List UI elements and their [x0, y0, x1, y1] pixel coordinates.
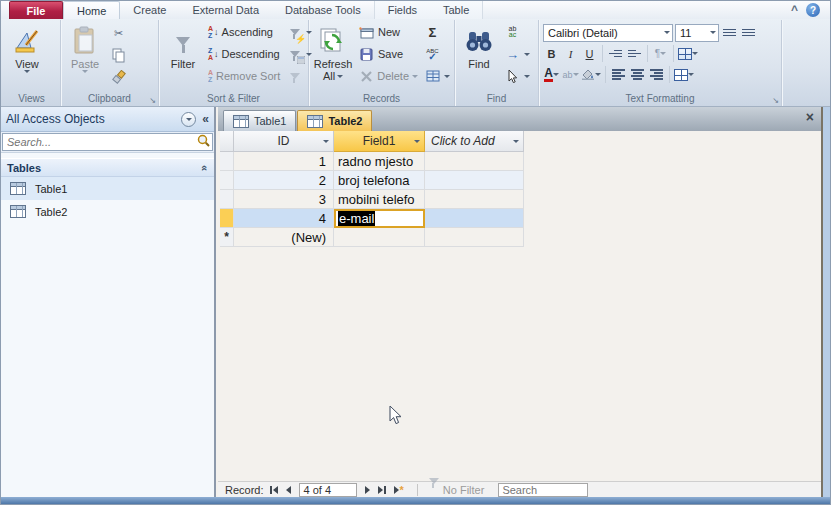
nav-group-tables[interactable]: Tables « [1, 158, 214, 177]
font-size-combo[interactable]: 11 [675, 24, 719, 42]
grid-style-button[interactable] [674, 66, 694, 83]
bullets-button[interactable] [721, 24, 738, 41]
filter-button[interactable]: Filter [161, 21, 205, 70]
text-direction-button[interactable]: ¶ [652, 45, 669, 62]
format-painter-button[interactable] [107, 66, 130, 88]
collapse-group-icon[interactable]: « [199, 164, 211, 170]
copy-button[interactable] [107, 44, 130, 66]
column-header-field1[interactable]: Field1 [334, 131, 425, 152]
gridlines-button[interactable] [678, 45, 698, 62]
column-id-dropdown-icon[interactable] [323, 140, 329, 143]
search-icon[interactable] [197, 133, 210, 151]
column-header-click-to-add[interactable]: Click to Add [425, 131, 524, 152]
underline-button[interactable]: U [581, 45, 598, 62]
record-search-input[interactable] [499, 484, 587, 496]
clipboard-dialog-launcher-icon[interactable]: ↘ [149, 96, 156, 105]
cell-id[interactable]: 2 [234, 171, 334, 190]
spelling-button[interactable]: ABC✓ [421, 43, 453, 65]
totals-button[interactable]: Σ [421, 21, 453, 43]
tab-create[interactable]: Create [120, 1, 179, 19]
cell-field1-editing[interactable]: e-mail [334, 209, 425, 228]
cell-field1[interactable]: mobilni telefo [334, 190, 425, 209]
cell-field1[interactable]: radno mjesto [334, 152, 425, 171]
view-button[interactable]: View [5, 21, 49, 73]
highlight-button[interactable]: ab [562, 66, 579, 83]
paste-button[interactable]: Paste [63, 21, 107, 73]
select-button[interactable] [501, 65, 533, 87]
descending-button[interactable]: ZA↓ Descending [205, 43, 283, 65]
cell-id-new[interactable]: (New) [234, 228, 334, 247]
table-row[interactable]: 1 radno mjesto [220, 152, 524, 171]
nav-pane-menu-icon[interactable] [181, 112, 196, 127]
help-icon[interactable]: ? [806, 3, 820, 17]
ascending-button[interactable]: AZ↓ Ascending [205, 21, 283, 43]
align-right-button[interactable] [648, 66, 665, 83]
remove-sort-button[interactable]: AZ Remove Sort [205, 65, 283, 87]
cell-add[interactable] [425, 152, 524, 171]
numbering-button[interactable] [740, 24, 757, 41]
new-record-button[interactable]: *New [355, 21, 421, 43]
cell-id[interactable]: 1 [234, 152, 334, 171]
tab-external-data[interactable]: External Data [179, 1, 272, 19]
shutter-bar-close-icon[interactable]: « [202, 112, 209, 126]
new-blank-record-button[interactable]: * [392, 486, 406, 494]
close-document-icon[interactable]: × [806, 110, 814, 124]
nav-pane-header[interactable]: All Access Objects « [1, 107, 214, 132]
column-add-dropdown-icon[interactable] [513, 140, 519, 143]
column-field1-dropdown-icon[interactable] [414, 140, 420, 143]
doc-tab-table2[interactable]: Table2 [297, 110, 372, 131]
align-left-button[interactable] [610, 66, 627, 83]
new-record-row[interactable]: * (New) [220, 228, 524, 247]
cell-add[interactable] [425, 171, 524, 190]
table-row-selected[interactable]: 4 e-mail [220, 209, 524, 228]
select-all-corner[interactable] [220, 131, 234, 152]
table-row[interactable]: 3 mobilni telefo [220, 190, 524, 209]
nav-search-input[interactable] [7, 136, 197, 148]
tab-fields[interactable]: Fields [375, 1, 430, 19]
row-selector[interactable] [220, 152, 234, 171]
tab-table[interactable]: Table [430, 1, 482, 19]
replace-button[interactable]: abac [501, 21, 533, 43]
cell-id[interactable]: 3 [234, 190, 334, 209]
record-position-box[interactable]: 4 of 4 [299, 483, 357, 497]
tab-home[interactable]: Home [63, 1, 120, 19]
next-record-button[interactable] [363, 486, 372, 494]
text-formatting-dialog-launcher-icon[interactable]: ↘ [772, 96, 779, 105]
nav-item-table1[interactable]: Table1 [1, 177, 214, 200]
delete-record-button[interactable]: Delete [355, 65, 421, 87]
increase-indent-button[interactable] [626, 45, 643, 62]
tab-database-tools[interactable]: Database Tools [272, 1, 374, 19]
align-center-button[interactable] [629, 66, 646, 83]
save-record-button[interactable]: Save [355, 43, 421, 65]
last-record-button[interactable] [376, 486, 388, 494]
refresh-all-button[interactable]: Refresh All [311, 21, 355, 82]
cell-field1-new[interactable] [334, 228, 425, 247]
tab-file[interactable]: File [9, 1, 63, 19]
minimize-ribbon-icon[interactable]: ^ [791, 6, 798, 14]
bold-button[interactable]: B [543, 45, 560, 62]
cell-add[interactable] [425, 190, 524, 209]
doc-tab-table1[interactable]: Table1 [223, 110, 296, 131]
goto-button[interactable]: → [501, 43, 533, 65]
cell-add-new[interactable] [425, 228, 524, 247]
decrease-indent-button[interactable] [607, 45, 624, 62]
new-row-selector[interactable]: * [220, 228, 234, 247]
row-selector-current[interactable] [220, 209, 234, 228]
background-color-button[interactable] [581, 66, 601, 83]
row-selector[interactable] [220, 171, 234, 190]
font-color-button[interactable]: A [543, 66, 560, 83]
cell-id[interactable]: 4 [234, 209, 334, 228]
first-record-button[interactable] [268, 486, 280, 494]
table-row[interactable]: 2 broj telefona [220, 171, 524, 190]
column-header-id[interactable]: ID [234, 131, 334, 152]
cell-add[interactable] [425, 209, 524, 228]
cell-field1[interactable]: broj telefona [334, 171, 425, 190]
more-records-button[interactable] [421, 65, 453, 87]
previous-record-button[interactable] [284, 486, 293, 494]
no-filter-button[interactable]: No Filter [429, 484, 485, 496]
italic-button[interactable]: I [562, 45, 579, 62]
nav-search-box[interactable] [2, 133, 213, 151]
font-name-combo[interactable]: Calibri (Detail) [543, 24, 673, 42]
row-selector[interactable] [220, 190, 234, 209]
nav-item-table2[interactable]: Table2 [1, 200, 214, 223]
